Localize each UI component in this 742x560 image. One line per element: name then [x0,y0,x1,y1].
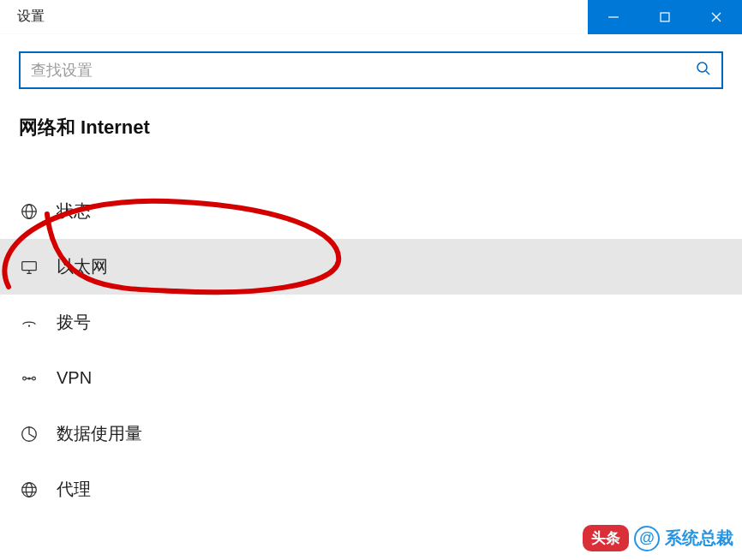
status-icon [19,201,39,222]
nav-item-label: 代理 [57,478,91,501]
nav-item-label: 数据使用量 [57,422,142,445]
maximize-icon [659,11,671,23]
search-box[interactable] [19,51,723,89]
window-title: 设置 [0,8,45,26]
nav-item-label: 以太网 [57,255,108,278]
vpn-icon [19,368,39,389]
titlebar: 设置 [0,0,742,34]
window-controls [588,0,742,33]
section-heading: 网络和 Internet [19,115,723,140]
watermark-text: 系统总裁 [665,527,733,550]
minimize-icon [607,11,619,23]
search-input[interactable] [31,62,696,80]
nav-item-vpn[interactable]: VPN [0,350,742,406]
close-icon [710,11,722,23]
watermark-at-icon: @ [634,526,660,551]
svg-rect-1 [661,13,669,21]
nav-item-ethernet[interactable]: 以太网 [0,239,742,295]
nav-item-proxy[interactable]: 代理 [0,462,742,517]
close-button[interactable] [691,0,742,34]
minimize-button[interactable] [588,0,639,34]
watermark: 头条 @ 系统总裁 [583,525,733,551]
svg-line-5 [706,71,709,74]
svg-point-14 [33,377,36,380]
nav-item-dialup[interactable]: 拨号 [0,295,742,350]
datausage-icon [19,424,39,444]
svg-rect-9 [22,261,37,270]
ethernet-icon [19,257,39,277]
nav-item-label: VPN [57,368,92,388]
nav-item-label: 拨号 [57,311,91,334]
nav-list: 状态 以太网 拨号 VPN 数据使用量 [0,183,742,517]
content-area: 网络和 Internet 状态 以太网 拨号 VPN [0,34,742,517]
search-icon [696,61,711,80]
svg-point-13 [23,377,27,380]
svg-point-4 [697,63,707,72]
proxy-icon [19,480,39,500]
svg-point-19 [26,482,32,497]
dialup-icon [19,313,39,333]
maximize-button[interactable] [639,0,691,34]
nav-item-datausage[interactable]: 数据使用量 [0,406,742,462]
svg-point-12 [28,325,30,326]
nav-item-label: 状态 [57,200,91,223]
nav-item-status[interactable]: 状态 [0,183,742,239]
watermark-badge: 头条 [583,525,629,551]
svg-point-18 [22,482,37,497]
